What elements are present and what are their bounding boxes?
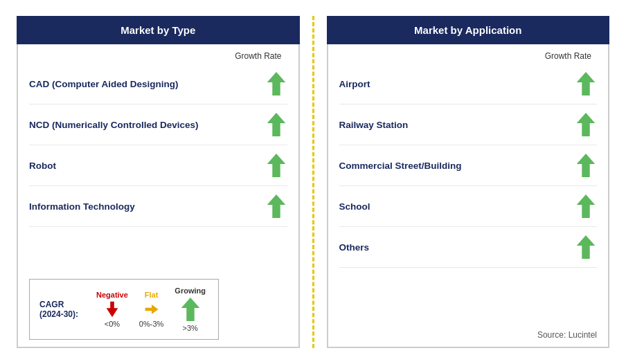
arrow-up-icon (265, 71, 287, 97)
arrow-up-icon (265, 152, 287, 179)
svg-marker-4 (107, 302, 118, 317)
source-text: Source: Lucintel (339, 325, 598, 340)
item-label-others: Others (339, 242, 370, 253)
left-panel-header: Market by Type (17, 16, 300, 44)
legend-title: CAGR (2024-30): (39, 300, 88, 319)
arrow-up-green-icon (179, 296, 202, 322)
item-label-cad: CAD (Computer Aided Designing) (29, 79, 179, 89)
arrow-up-icon (575, 71, 597, 97)
list-item: CAD (Computer Aided Designing) (29, 64, 287, 104)
legend-growing: Growing >3% (175, 286, 206, 332)
left-panel-body: Growth Rate CAD (Computer Aided Designin… (17, 44, 300, 348)
legend-box: CAGR (2024-30): Negative <0% Flat (29, 279, 219, 340)
arrow-up-icon (575, 234, 597, 260)
left-panel: Market by Type Growth Rate CAD (Computer… (17, 16, 300, 348)
svg-marker-7 (577, 72, 596, 95)
svg-marker-0 (267, 72, 285, 95)
arrow-up-icon (265, 193, 287, 219)
list-item: NCD (Numerically Controlled Devices) (29, 104, 287, 145)
list-item: Robot (29, 145, 287, 186)
arrow-right-yellow-icon (144, 300, 159, 318)
item-label-it: Information Technology (29, 201, 135, 212)
legend-flat: Flat 0%-3% (139, 291, 163, 328)
svg-marker-3 (267, 194, 285, 218)
svg-marker-1 (267, 113, 285, 136)
svg-marker-8 (577, 113, 596, 136)
right-panel: Market by Application Growth Rate Airpor… (327, 16, 610, 348)
arrow-down-red-icon (105, 300, 120, 318)
arrow-up-icon (265, 111, 287, 138)
arrow-up-icon (575, 152, 597, 179)
legend-negative: Negative <0% (96, 291, 128, 328)
list-item: Information Technology (29, 186, 287, 227)
svg-marker-10 (577, 194, 596, 218)
arrow-up-icon (575, 111, 597, 138)
list-item: Railway Station (339, 104, 598, 145)
list-item: Airport (339, 64, 598, 104)
svg-marker-9 (577, 154, 596, 177)
list-item: Others (339, 227, 598, 268)
svg-marker-6 (181, 298, 199, 321)
svg-marker-11 (577, 235, 596, 259)
svg-marker-2 (267, 154, 285, 177)
item-label-airport: Airport (339, 79, 370, 89)
main-container: Market by Type Growth Rate CAD (Computer… (8, 9, 618, 355)
right-panel-header: Market by Application (327, 16, 610, 44)
item-label-school: School (339, 201, 370, 212)
svg-marker-5 (145, 304, 158, 314)
item-label-robot: Robot (29, 161, 56, 171)
item-label-ncd: NCD (Numerically Controlled Devices) (29, 120, 199, 130)
arrow-up-icon (575, 193, 597, 219)
left-growth-rate-label: Growth Rate (29, 51, 287, 61)
item-label-commercial: Commercial Street/Building (339, 161, 462, 171)
panel-divider (312, 16, 314, 348)
right-growth-rate-label: Growth Rate (339, 51, 598, 61)
list-item: School (339, 186, 598, 227)
right-panel-body: Growth Rate Airport Railway Station (327, 44, 610, 348)
list-item: Commercial Street/Building (339, 145, 598, 186)
item-label-railway: Railway Station (339, 120, 409, 130)
